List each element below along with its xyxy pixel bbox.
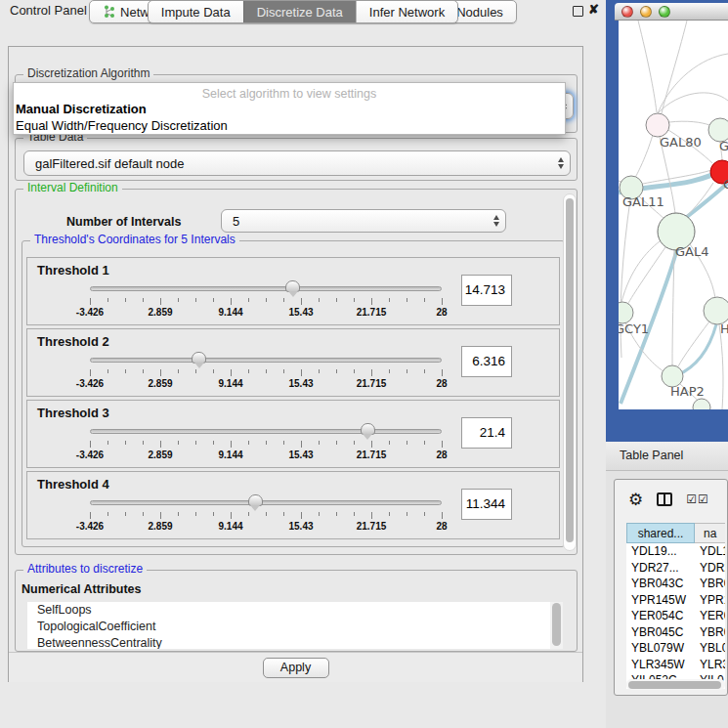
- tab-discretize-data[interactable]: Discretize Data: [243, 1, 356, 22]
- table-row[interactable]: YDL19...YDL1: [626, 543, 725, 560]
- algorithm-option[interactable]: Equal Width/Frequency Discretization: [14, 117, 565, 134]
- scrollbar-thumb[interactable]: [552, 603, 561, 646]
- threshold-value-field[interactable]: 11.344: [461, 489, 512, 520]
- tick-label: 15.43: [288, 378, 313, 389]
- slider-tick: [389, 441, 390, 445]
- slider-thumb[interactable]: [361, 423, 375, 435]
- table-row[interactable]: YDR27...YDR2: [626, 560, 725, 577]
- table-row[interactable]: YBL079WYBL0: [626, 640, 725, 657]
- table-row[interactable]: YBR043CYBR0: [626, 576, 725, 592]
- network-window-titlebar[interactable]: [615, 3, 728, 21]
- scrollbar-thumb[interactable]: [566, 198, 574, 542]
- slider-tick: [143, 441, 144, 445]
- slider-thumb[interactable]: [192, 352, 206, 364]
- slider-tick: [90, 441, 91, 448]
- slider-tick: [336, 512, 337, 516]
- threshold-box: Threshold 1-3.4262.8599.14415.4321.71528…: [26, 257, 560, 325]
- table-cell: YPR1: [695, 592, 725, 609]
- table-data-combobox[interactable]: galFiltered.sif default node: [23, 150, 571, 176]
- network-edge[interactable]: [669, 121, 709, 125]
- network-edge[interactable]: [635, 135, 653, 178]
- table-row[interactable]: YBR045CYBR0: [626, 624, 725, 641]
- table-row[interactable]: YLR345WYLR3: [626, 657, 725, 673]
- slider-tick: [195, 441, 196, 445]
- slider-tick: [90, 298, 91, 305]
- attributes-scrollbar[interactable]: [550, 602, 563, 649]
- slider-tick: [301, 369, 302, 376]
- threshold-value-field[interactable]: 21.4: [461, 417, 512, 449]
- threshold-value-field[interactable]: 6.316: [461, 346, 512, 377]
- network-edge[interactable]: [678, 321, 709, 366]
- apply-button[interactable]: Apply: [263, 658, 329, 678]
- slider-tick: [248, 441, 249, 445]
- network-node[interactable]: [619, 302, 633, 323]
- attribute-item[interactable]: SelfLoops: [27, 602, 563, 619]
- tick-label: 21.715: [357, 450, 387, 460]
- slider-track[interactable]: [90, 429, 442, 434]
- apply-strip: Apply: [9, 652, 582, 682]
- network-view-canvas[interactable]: GAL80GALCGAL11GAL4GCY1HHAP2: [619, 21, 728, 409]
- attribute-item[interactable]: TopologicalCoefficient: [27, 619, 563, 635]
- slider-tick: [178, 512, 179, 516]
- zoom-light[interactable]: [659, 6, 670, 18]
- interval-vertical-scrollbar[interactable]: [563, 193, 577, 551]
- column-header[interactable]: na: [695, 523, 725, 543]
- split-view-icon: [657, 492, 672, 506]
- attribute-item[interactable]: BetweennessCentrality: [27, 635, 563, 649]
- slider-track[interactable]: [90, 500, 442, 505]
- slider-track[interactable]: [90, 358, 442, 363]
- network-edge[interactable]: [658, 93, 728, 113]
- number-of-intervals-spinner[interactable]: 5: [221, 209, 506, 233]
- split-view-icon[interactable]: [657, 492, 672, 506]
- slider-tick: [301, 441, 302, 448]
- slider-tick: [336, 298, 337, 302]
- checkbox-pair-icon[interactable]: ☑☑: [686, 493, 709, 505]
- threshold-label: Threshold 3: [37, 406, 109, 420]
- network-node[interactable]: [646, 113, 669, 137]
- network-edge[interactable]: [662, 21, 687, 113]
- table-cell: YDL19...: [626, 543, 695, 560]
- tab-impute-data[interactable]: Impute Data: [149, 1, 243, 22]
- slider-tick: [301, 512, 302, 519]
- tab-label: Impute Data: [161, 5, 231, 20]
- network-edge[interactable]: [638, 21, 657, 112]
- slider-tick: [371, 512, 372, 519]
- table-cell: YBR045C: [626, 624, 695, 641]
- slider-tick: [178, 441, 179, 445]
- threshold-box: Threshold 2-3.4262.8599.14415.4321.71528…: [26, 328, 560, 397]
- table-cell: YPR145W: [626, 592, 695, 609]
- network-graph[interactable]: GAL80GALCGAL11GAL4GCY1HHAP2: [619, 21, 728, 409]
- algorithm-dropdown-popup: Select algorithm to view settings Manual…: [13, 82, 566, 135]
- slider-tick: [195, 369, 196, 373]
- column-header[interactable]: shared...: [626, 523, 695, 543]
- scrollbar-thumb[interactable]: [628, 681, 721, 689]
- slider-tick: [107, 512, 108, 516]
- minimize-light[interactable]: [640, 6, 652, 18]
- network-edge[interactable]: [677, 324, 716, 375]
- slider-tick: [354, 441, 355, 445]
- table-header-row: shared...na: [626, 523, 725, 543]
- slider-thumb[interactable]: [248, 494, 263, 506]
- threshold-value-field[interactable]: 14.713: [461, 275, 512, 306]
- desktop-area: GAL80GALCGAL11GAL4GCY1HHAP2 Table Panel …: [606, 0, 728, 728]
- table-cell: YBL079W: [626, 640, 695, 657]
- table-cell: YDR2: [695, 560, 725, 577]
- gear-icon[interactable]: ⚙: [628, 492, 643, 508]
- network-edge[interactable]: [719, 324, 723, 409]
- network-edge[interactable]: [621, 241, 660, 302]
- tab-infer-network[interactable]: Infer Network: [356, 1, 457, 22]
- network-edge[interactable]: [683, 183, 728, 220]
- table-row[interactable]: YER054CYER0: [626, 608, 725, 624]
- table-row[interactable]: YPR145WYPR1: [626, 592, 725, 609]
- slider-tick: [266, 369, 267, 373]
- algorithm-option[interactable]: Manual Discretization: [14, 101, 565, 117]
- slider-tick: [354, 298, 355, 302]
- table-panel-header: Table Panel: [606, 442, 728, 471]
- slider-thumb[interactable]: [285, 280, 300, 292]
- close-light[interactable]: [621, 6, 633, 18]
- network-node[interactable]: [693, 399, 710, 409]
- table-horizontal-scrollbar[interactable]: [626, 679, 725, 690]
- network-node[interactable]: [704, 297, 728, 324]
- slider-track[interactable]: [90, 286, 442, 291]
- tick-label: 28: [436, 307, 447, 318]
